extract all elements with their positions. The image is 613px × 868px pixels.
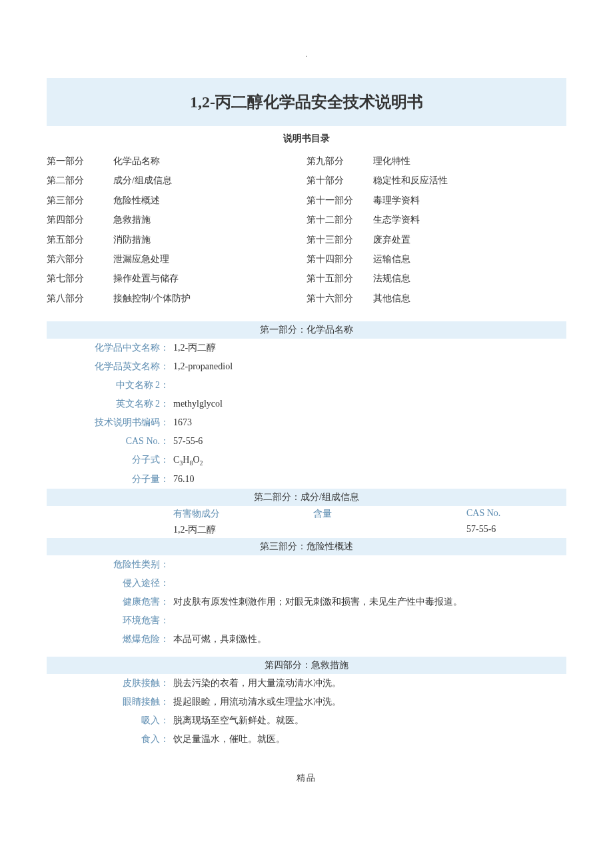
toc-item: 稳定性和反应活性 [373, 171, 566, 190]
field-label: CAS No.： [47, 432, 173, 451]
toc-num: 第十四部分 [306, 249, 373, 269]
toc-num: 第五部分 [47, 230, 113, 249]
field-label: 中文名称 2： [47, 376, 173, 395]
toc-num: 第十五部分 [306, 269, 373, 288]
toc-num: 第二部分 [47, 171, 113, 190]
toc-item: 危险性概述 [113, 191, 306, 210]
field-value: 脱去污染的衣着，用大量流动清水冲洗。 [173, 674, 566, 693]
field-row: 健康危害：对皮肤有原发性刺激作用；对眼无刺激和损害，未见生产性中毒报道。 [47, 593, 566, 611]
field-label: 英文名称 2： [47, 395, 173, 413]
field-row: 化学品中文名称：1,2-丙二醇 [47, 339, 566, 357]
composition-header-row: 有害物成分 含量 CAS No. [47, 506, 566, 522]
section-3-header: 第三部分：危险性概述 [47, 538, 566, 555]
field-value: methylglycol [173, 395, 566, 413]
toc-num: 第十二部分 [306, 210, 373, 229]
field-value: 1673 [173, 413, 566, 432]
field-value: 本品可燃，具刺激性。 [173, 630, 566, 649]
col-header: CAS No. [466, 508, 566, 520]
field-value [173, 555, 566, 574]
toc-num: 第十部分 [306, 171, 373, 190]
document-title: 1,2-丙二醇化学品安全技术说明书 [53, 91, 560, 113]
toc-heading: 说明书目录 [47, 133, 566, 145]
toc-item: 废弃处置 [373, 230, 566, 249]
toc-item: 成分/组成信息 [113, 171, 306, 190]
field-label: 燃爆危险： [47, 630, 173, 649]
composition-data-row: 1,2-丙二醇 57-55-6 [47, 522, 566, 538]
cell: 57-55-6 [466, 524, 566, 536]
table-of-contents: 第一部分化学品名称 第九部分理化特性 第二部分成分/组成信息 第十部分稳定性和反… [47, 151, 566, 308]
toc-num: 第四部分 [47, 210, 113, 229]
field-row: 技术说明书编码：1673 [47, 413, 566, 432]
field-label: 食入： [47, 730, 173, 749]
toc-num: 第八部分 [47, 289, 113, 308]
title-bar: 1,2-丙二醇化学品安全技术说明书 [47, 78, 566, 126]
toc-num: 第六部分 [47, 249, 113, 269]
field-row: 中文名称 2： [47, 376, 566, 395]
toc-num: 第三部分 [47, 191, 113, 210]
field-label: 健康危害： [47, 593, 173, 611]
section-2-header: 第二部分：成分/组成信息 [47, 489, 566, 506]
toc-num: 第九部分 [306, 151, 373, 171]
field-label: 侵入途径： [47, 574, 173, 593]
formula-value: C3H8O2 [173, 451, 566, 470]
field-label: 危险性类别： [47, 555, 173, 574]
field-value: 脱离现场至空气新鲜处。就医。 [173, 711, 566, 730]
toc-item: 泄漏应急处理 [113, 249, 306, 269]
field-row: 侵入途径： [47, 574, 566, 593]
field-label: 眼睛接触： [47, 693, 173, 711]
toc-num: 第十六部分 [306, 289, 373, 308]
field-value: 对皮肤有原发性刺激作用；对眼无刺激和损害，未见生产性中毒报道。 [173, 593, 566, 611]
field-label: 环境危害： [47, 611, 173, 630]
toc-item: 其他信息 [373, 289, 566, 308]
field-value: 提起眼睑，用流动清水或生理盐水冲洗。 [173, 693, 566, 711]
field-label: 分子式： [47, 451, 173, 470]
page-marker: . [47, 50, 566, 58]
col-header: 含量 [313, 508, 466, 520]
field-row: 燃爆危险：本品可燃，具刺激性。 [47, 630, 566, 649]
field-row: 眼睛接触：提起眼睑，用流动清水或生理盐水冲洗。 [47, 693, 566, 711]
field-label: 化学品英文名称： [47, 357, 173, 376]
field-value: 57-55-6 [173, 432, 566, 451]
field-value [173, 611, 566, 630]
field-row: 环境危害： [47, 611, 566, 630]
field-row: 皮肤接触：脱去污染的衣着，用大量流动清水冲洗。 [47, 674, 566, 693]
toc-item: 急救措施 [113, 210, 306, 229]
toc-item: 生态学资料 [373, 210, 566, 229]
field-row: 英文名称 2：methylglycol [47, 395, 566, 413]
field-value: 76.10 [173, 470, 566, 489]
cell [313, 524, 466, 536]
field-label: 吸入： [47, 711, 173, 730]
cell: 1,2-丙二醇 [47, 524, 313, 536]
field-row: 分子量：76.10 [47, 470, 566, 489]
field-value [173, 376, 566, 395]
toc-num: 第十三部分 [306, 230, 373, 249]
section-4-header: 第四部分：急救措施 [47, 657, 566, 674]
toc-item: 接触控制/个体防护 [113, 289, 306, 308]
field-label: 分子量： [47, 470, 173, 489]
field-label: 皮肤接触： [47, 674, 173, 693]
field-row: 分子式：C3H8O2 [47, 451, 566, 470]
field-value: 1,2-丙二醇 [173, 339, 566, 357]
field-value: 1,2-propanediol [173, 357, 566, 376]
field-row: 食入：饮足量温水，催吐。就医。 [47, 730, 566, 749]
toc-num: 第七部分 [47, 269, 113, 288]
field-row: CAS No.：57-55-6 [47, 432, 566, 451]
field-value: 饮足量温水，催吐。就医。 [173, 730, 566, 749]
toc-item: 理化特性 [373, 151, 566, 171]
toc-num: 第十一部分 [306, 191, 373, 210]
toc-item: 消防措施 [113, 230, 306, 249]
col-header: 有害物成分 [47, 508, 313, 520]
toc-item: 毒理学资料 [373, 191, 566, 210]
field-row: 危险性类别： [47, 555, 566, 574]
toc-item: 操作处置与储存 [113, 269, 306, 288]
field-row: 化学品英文名称：1,2-propanediol [47, 357, 566, 376]
toc-num: 第一部分 [47, 151, 113, 171]
field-row: 吸入：脱离现场至空气新鲜处。就医。 [47, 711, 566, 730]
field-value [173, 574, 566, 593]
field-label: 技术说明书编码： [47, 413, 173, 432]
page-footer: 精品 [47, 772, 566, 784]
section-1-header: 第一部分：化学品名称 [47, 321, 566, 339]
toc-item: 化学品名称 [113, 151, 306, 171]
toc-item: 法规信息 [373, 269, 566, 288]
field-label: 化学品中文名称： [47, 339, 173, 357]
